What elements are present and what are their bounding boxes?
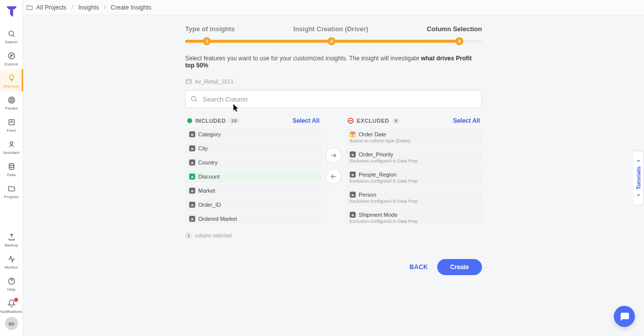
- nav-assistant[interactable]: Assistant: [0, 136, 23, 158]
- nav-notifications[interactable]: Notifications: [0, 295, 23, 317]
- type-badge: a: [189, 188, 195, 194]
- svg-point-7: [10, 142, 13, 144]
- search-icon: [190, 95, 198, 103]
- included-item[interactable]: aCountry: [185, 156, 321, 169]
- nav-label: Notifications: [1, 309, 23, 314]
- nav-label: Help: [7, 287, 15, 292]
- column-name: Person: [359, 192, 376, 198]
- sidebar: Search Explore Discover Predict Feed Ass…: [0, 0, 23, 336]
- user-avatar[interactable]: su: [5, 317, 18, 330]
- type-badge: a: [350, 192, 356, 198]
- excluded-count: 6: [392, 118, 400, 124]
- excluded-item[interactable]: aPeople_RegionExclusion configured in Da…: [346, 169, 482, 187]
- nav-search[interactable]: Search: [0, 25, 23, 47]
- step-dot-2[interactable]: 2: [328, 37, 336, 45]
- create-button[interactable]: Create: [437, 259, 482, 275]
- step-label-3: Column Selection: [427, 25, 482, 33]
- monitor-icon: [7, 255, 16, 264]
- column-search-input[interactable]: [185, 90, 482, 108]
- breadcrumb-insights[interactable]: Insights: [78, 4, 99, 11]
- type-badge: 📅: [350, 131, 356, 137]
- nav-explore[interactable]: Explore: [0, 47, 23, 69]
- nav-label: Search: [5, 40, 18, 44]
- included-item[interactable]: aOrdered Market: [185, 213, 321, 224]
- move-right-button[interactable]: [326, 147, 342, 163]
- column-name: Market: [198, 188, 215, 194]
- nav-label: Explore: [5, 62, 18, 66]
- excluded-item[interactable]: 📅Order DateBased on column type (Dates): [346, 128, 482, 146]
- excluded-item[interactable]: aShipment ModeExclusion configured in Da…: [346, 209, 482, 224]
- backup-icon: [7, 232, 16, 241]
- folder-icon: [7, 184, 16, 193]
- move-left-button[interactable]: [326, 169, 342, 185]
- selection-summary: 1 column selected: [185, 232, 482, 239]
- dataset-icon: [185, 78, 192, 85]
- stepper-labels: Type of insights Insight Creation (Drive…: [185, 25, 482, 33]
- nav-help[interactable]: Help: [0, 273, 23, 295]
- breadcrumb-all-projects[interactable]: All Projects: [36, 4, 66, 11]
- folder-icon: [26, 4, 33, 11]
- feed-icon: [7, 118, 16, 127]
- nav-data[interactable]: Data: [0, 158, 23, 180]
- nav-label: Assistant: [3, 150, 19, 155]
- nav-monitor[interactable]: Monitor: [0, 250, 23, 273]
- nav-feed[interactable]: Feed: [0, 114, 23, 136]
- included-item[interactable]: aDiscount: [185, 171, 321, 183]
- excluded-item[interactable]: aPersonExclusion configured in Data Prep: [346, 189, 482, 207]
- nav-label: Discover: [4, 84, 19, 89]
- back-button[interactable]: BACK: [410, 264, 428, 271]
- column-name: City: [198, 145, 208, 151]
- svg-rect-10: [186, 79, 192, 83]
- breadcrumb: All Projects / Insights / Create Insight…: [23, 0, 644, 15]
- tutorials-tab[interactable]: Tutorials: [633, 151, 644, 205]
- type-badge: a: [189, 202, 195, 208]
- exclusion-reason: Exclusion configured in Data Prep: [350, 158, 478, 163]
- stepper-progress: 1 2 3: [185, 40, 482, 43]
- svg-marker-2: [11, 55, 13, 57]
- column-name: Discount: [198, 174, 220, 180]
- dataset-name: bv_Retail_1511: [185, 78, 482, 85]
- nav-discover[interactable]: Discover: [0, 69, 23, 92]
- svg-point-8: [9, 163, 14, 165]
- nav-label: Feed: [7, 128, 16, 133]
- excluded-select-all[interactable]: Select All: [453, 117, 480, 124]
- nav-label: Backup: [5, 243, 18, 247]
- excluded-list: EXCLUDED 6 Select All 📅Order DateBased o…: [346, 117, 482, 224]
- nav-projects[interactable]: Projects: [0, 180, 23, 202]
- breadcrumb-create-insights[interactable]: Create Insights: [111, 4, 151, 11]
- included-item[interactable]: aMarket: [185, 185, 321, 197]
- step-dot-3[interactable]: 3: [455, 37, 463, 45]
- excluded-item[interactable]: aOrder_PriorityExclusion configured in D…: [346, 148, 482, 166]
- included-item[interactable]: aOrder_ID: [185, 199, 321, 211]
- type-badge: a: [189, 145, 195, 151]
- notification-dot: [14, 298, 18, 302]
- nav-label: Monitor: [5, 265, 18, 270]
- included-count: 18: [229, 118, 239, 124]
- included-select-all[interactable]: Select All: [292, 117, 319, 124]
- nav-backup[interactable]: Backup: [0, 228, 23, 250]
- included-list: INCLUDED 18 Select All aCategoryaCityaCo…: [185, 117, 321, 224]
- search-column: [185, 90, 482, 108]
- column-name: Order Date: [359, 131, 386, 137]
- app-logo[interactable]: [4, 4, 19, 19]
- intro-text: Select features you want to use for your…: [185, 55, 482, 69]
- included-title: INCLUDED: [195, 118, 226, 124]
- help-icon: [7, 277, 16, 286]
- move-buttons: [326, 147, 342, 185]
- target-icon: [7, 96, 16, 105]
- step-dot-1[interactable]: 1: [203, 37, 211, 45]
- type-badge: a: [189, 216, 195, 222]
- bulb-icon: [7, 73, 16, 82]
- included-status-icon: [187, 118, 192, 123]
- type-badge: a: [350, 212, 356, 218]
- svg-point-5: [11, 100, 12, 100]
- included-item[interactable]: aCategory: [185, 128, 321, 140]
- exclusion-reason: Exclusion configured in Data Prep: [350, 219, 478, 224]
- included-item[interactable]: aCity: [185, 142, 321, 154]
- nav-predict[interactable]: Predict: [0, 92, 23, 114]
- excluded-title: EXCLUDED: [357, 118, 389, 124]
- svg-point-11: [192, 97, 196, 101]
- type-badge: a: [350, 172, 356, 178]
- chat-launcher[interactable]: [614, 306, 635, 327]
- column-name: Order_ID: [198, 202, 221, 208]
